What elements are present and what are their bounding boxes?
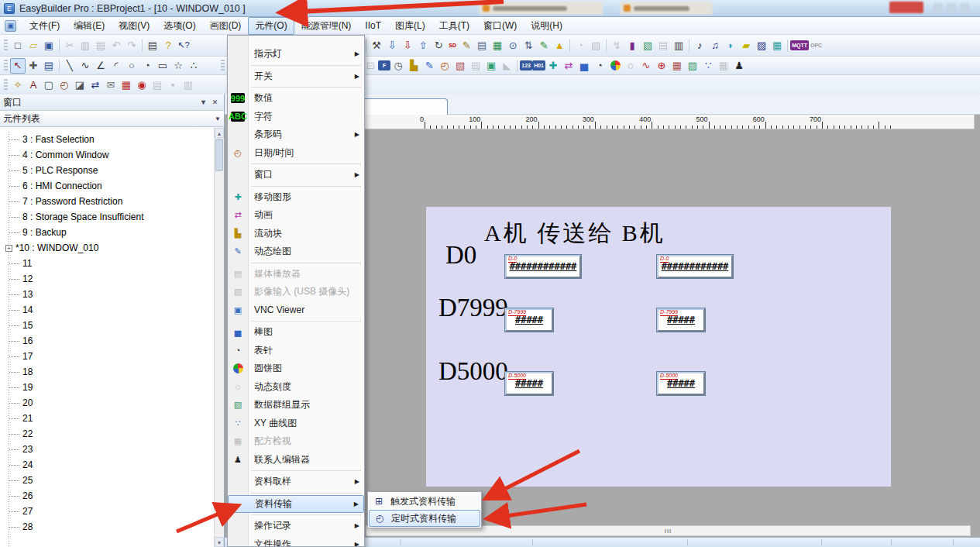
picture-manager-icon[interactable]: ▧ xyxy=(640,38,655,53)
tree-item[interactable]: 11 xyxy=(0,256,214,271)
toolbar-handle[interactable] xyxy=(221,60,225,72)
undo-icon[interactable]: ↶ xyxy=(108,38,124,53)
stamp-icon[interactable]: ▪ xyxy=(165,77,181,93)
component-menu-item[interactable]: ▙流动块 xyxy=(228,225,364,243)
toolbar-handle[interactable] xyxy=(4,60,8,72)
tree-item[interactable]: 13 xyxy=(0,287,214,302)
tag-library-icon[interactable]: ▰ xyxy=(738,38,754,53)
numeric-display-widget[interactable]: D-7999##### xyxy=(505,308,553,332)
component-menu-item[interactable]: 窗口▶ xyxy=(228,166,364,184)
copy-icon[interactable]: ▥ xyxy=(77,38,93,53)
tree-item[interactable]: 12 xyxy=(0,271,214,287)
component-menu-item[interactable]: 开关▶ xyxy=(228,67,364,86)
tree-item[interactable]: 28 xyxy=(0,519,214,535)
xy-plot-icon[interactable]: ∿ xyxy=(638,58,654,74)
usb-download-icon[interactable]: ⇅ xyxy=(521,38,536,53)
language-icon[interactable]: ◗ xyxy=(723,38,738,53)
tree-item[interactable]: 23 xyxy=(0,442,214,457)
numeric-display-icon[interactable]: 123 xyxy=(520,60,532,71)
component-menu-item[interactable]: 文件操作▶ xyxy=(228,535,364,547)
data-group-icon[interactable]: ▧ xyxy=(685,58,700,74)
download-full-icon[interactable]: ⇩ xyxy=(400,38,415,53)
image-viewer-icon[interactable]: ▣ xyxy=(483,58,499,74)
component-menu-item[interactable]: ▤媒体播放器 xyxy=(228,265,364,284)
tree-item[interactable]: 14 xyxy=(0,302,214,318)
redo-icon[interactable]: ↷ xyxy=(124,38,139,53)
target-icon[interactable]: ⊕ xyxy=(654,58,669,74)
numeric-display-widget[interactable]: D-0############ xyxy=(657,255,733,278)
tree-item[interactable]: 20 xyxy=(0,395,214,411)
scroll-down-icon[interactable]: ▼ xyxy=(215,537,224,547)
scheduler-icon[interactable]: ◪ xyxy=(72,77,88,93)
sd-card-icon[interactable]: SD xyxy=(446,40,459,50)
download-icon[interactable]: ⇩ xyxy=(384,38,400,53)
scrollbar-grip[interactable]: III xyxy=(665,528,672,535)
menubar-item-n[interactable]: 能源管理(N) xyxy=(294,17,359,35)
tree-item[interactable]: 3 : Fast Selection xyxy=(0,132,214,147)
find-address-icon[interactable]: ⊙ xyxy=(505,38,521,53)
tree-item[interactable]: 6 : HMI Connection xyxy=(0,178,214,194)
expand-icon[interactable]: + xyxy=(5,245,12,252)
menubar-item-d[interactable]: 画图(D) xyxy=(203,17,249,35)
menubar-item-o[interactable]: 选项(O) xyxy=(156,17,202,35)
dynamic-draw-icon[interactable]: ✎ xyxy=(421,58,437,74)
component-menu-item[interactable]: ABC字符 xyxy=(228,108,364,126)
data-log-icon[interactable]: ▦ xyxy=(769,38,785,53)
opc-button[interactable]: OPC xyxy=(809,40,824,50)
menubar-item-iiot[interactable]: IIoT xyxy=(358,18,388,33)
tree-item[interactable]: 7 : Password Restriction xyxy=(0,194,214,209)
panel-close-icon[interactable]: ✕ xyxy=(209,98,221,106)
numeric-display-widget[interactable]: D-7999##### xyxy=(657,308,705,332)
backup-widget-icon[interactable]: ✉ xyxy=(103,77,119,93)
component-menu-item[interactable]: 圆饼图 xyxy=(228,360,364,378)
device-label[interactable]: D7999 xyxy=(438,294,508,322)
submenu-item[interactable]: ◴定时式资料传输 xyxy=(369,510,480,527)
menubar-item-l[interactable]: 图库(L) xyxy=(388,17,432,35)
tree-scrollbar[interactable]: ▲ ▼ xyxy=(214,128,224,547)
menubar-item-v[interactable]: 视图(V) xyxy=(112,17,156,35)
font-manager-icon[interactable]: A xyxy=(26,77,41,93)
toolbar-handle[interactable] xyxy=(4,40,8,52)
recipe-view-icon[interactable]: ▦ xyxy=(716,58,731,74)
help-icon[interactable]: ? xyxy=(160,38,176,53)
frame-widget-icon[interactable]: ⊡ xyxy=(363,58,378,74)
upload-icon[interactable]: ⇧ xyxy=(415,38,431,53)
rebuild-download-icon[interactable]: ↻ xyxy=(431,38,446,53)
pie-chart-icon[interactable] xyxy=(607,58,623,74)
char-display-icon[interactable]: H01 xyxy=(532,60,545,71)
new-file-icon[interactable]: □ xyxy=(10,38,26,53)
tree-item[interactable]: 17 xyxy=(0,349,214,364)
list-selector-dropdown[interactable]: 元件列表 ▼ xyxy=(0,111,224,127)
menubar-item-f[interactable]: 文件(F) xyxy=(22,17,67,35)
window-bar-icon[interactable]: ▢ xyxy=(41,77,57,93)
tree-item[interactable]: 4 : Common Window xyxy=(0,147,214,163)
component-menu-item[interactable]: ◔表针 xyxy=(228,342,364,360)
component-menu-item[interactable]: 操作记录▶ xyxy=(228,517,364,535)
menubar-item-o[interactable]: 元件(O) xyxy=(248,17,294,35)
tree-item[interactable]: 21 xyxy=(0,411,214,426)
component-menu-item[interactable]: ∵XY 曲线图 xyxy=(228,415,364,433)
tree-item[interactable]: 25 xyxy=(0,473,214,488)
save-icon[interactable]: ▣ xyxy=(41,38,57,53)
pass-through-icon[interactable]: ✎ xyxy=(536,38,552,53)
shape-manager-icon[interactable]: ▤ xyxy=(655,38,671,53)
freehand-icon[interactable]: ∴ xyxy=(186,58,201,74)
chevron-down-icon[interactable]: ▼ xyxy=(215,115,221,122)
pie-shape-icon[interactable]: ◔ xyxy=(139,58,155,74)
paste-icon[interactable]: ▤ xyxy=(93,38,108,53)
component-menu-item[interactable]: 资料取样▶ xyxy=(228,473,364,491)
bezier-icon[interactable]: ∿ xyxy=(77,58,93,74)
macro-icon[interactable]: ▨ xyxy=(754,38,769,53)
component-menu-item[interactable]: 指示灯▶ xyxy=(228,45,364,64)
toolbar-handle[interactable] xyxy=(4,79,8,91)
animation-icon[interactable]: ⇄ xyxy=(561,58,576,74)
submenu-item[interactable]: ⊞触发式资料传输 xyxy=(369,493,480,510)
numeric-display-widget[interactable]: D-5000##### xyxy=(657,372,705,395)
bar-graph-icon[interactable]: ▅ xyxy=(576,58,592,74)
mqtt-button[interactable]: MQTT xyxy=(790,40,809,50)
group-library-icon[interactable]: ▥ xyxy=(671,38,686,53)
tree-item[interactable]: 19 xyxy=(0,380,214,395)
component-menu-item[interactable]: ▦配方检视 xyxy=(228,432,364,451)
dynamic-scale-icon[interactable]: ◌ xyxy=(623,58,638,74)
tree-item[interactable]: 15 xyxy=(0,318,214,333)
